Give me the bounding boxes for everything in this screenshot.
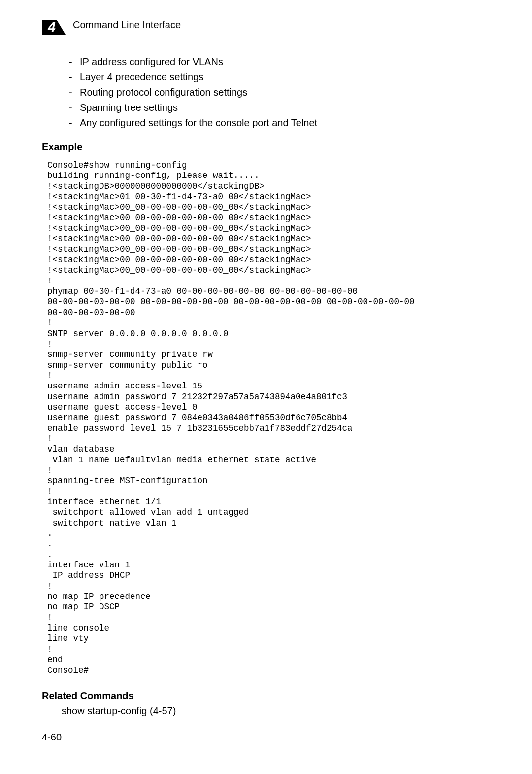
page-header: 4 Command Line Interface [42,15,490,35]
list-item: Any configured settings for the console … [69,115,490,131]
svg-text:4: 4 [47,19,56,35]
list-item: Spanning tree settings [69,100,490,115]
document-page: 4 Command Line Interface IP address conf… [0,0,532,758]
example-code-block: Console#show running-config building run… [42,157,490,679]
related-commands-heading: Related Commands [42,690,490,702]
related-commands-body: show startup-config (4-57) [62,705,490,717]
list-item: Routing protocol configuration settings [69,85,490,100]
chapter-number-icon: 4 [42,15,66,35]
header-title: Command Line Interface [73,19,181,31]
list-item: IP address configured for VLANs [69,54,490,70]
config-items-list: IP address configured for VLANs Layer 4 … [69,54,490,131]
list-item: Layer 4 precedence settings [69,70,490,85]
example-heading: Example [42,141,490,153]
related-commands-section: Related Commands show startup-config (4-… [42,690,490,717]
page-number: 4-60 [42,732,490,743]
